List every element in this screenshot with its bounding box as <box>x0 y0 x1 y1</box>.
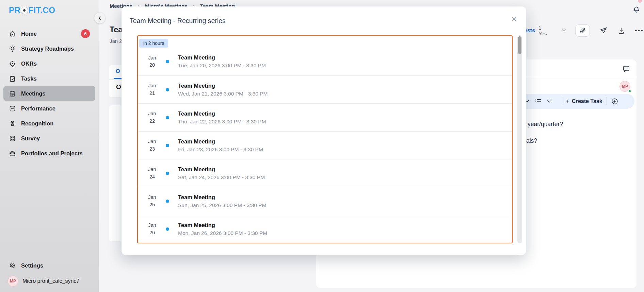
meeting-dot-icon <box>166 88 169 91</box>
occurrence-row[interactable]: Jan 23 Team Meeting Fri, Jan 23, 2026 3:… <box>138 131 512 159</box>
chevron-down-icon[interactable] <box>561 28 567 34</box>
more-options-button[interactable]: ••• <box>635 27 644 34</box>
occurrence-date: Jan 23 <box>143 138 161 152</box>
sidebar-footer: Settings MP Micro profit_calc_sync7 <box>0 258 99 289</box>
occurrence-row[interactable]: Jan 22 Team Meeting Thu, Jan 22, 2026 3:… <box>138 103 512 131</box>
occurrence-row[interactable]: Jan 20 Team Meeting Tue, Jan 20, 2026 3:… <box>138 48 512 75</box>
add-circle-icon[interactable] <box>611 98 618 105</box>
countdown-row: in 2 hours <box>138 36 512 48</box>
occurrence-text: Team Meeting Mon, Jan 26, 2026 3:00 PM -… <box>178 222 267 236</box>
toolbar-divider <box>561 97 561 105</box>
active-tab[interactable]: O <box>116 68 120 74</box>
page-date: Jan 2 <box>110 38 122 44</box>
paperclip-icon <box>579 27 586 34</box>
occurrence-time: Sun, Jan 25, 2026 3:00 PM - 3:30 PM <box>178 202 266 208</box>
occurrence-text: Team Meeting Thu, Jan 22, 2026 3:00 PM -… <box>178 110 266 125</box>
online-status-dot <box>628 89 631 93</box>
occurrence-row[interactable]: Jan 21 Team Meeting Wed, Jan 21, 2026 3:… <box>138 75 512 103</box>
meeting-dot-icon <box>166 116 169 119</box>
close-icon[interactable]: ✕ <box>511 16 517 23</box>
create-task-button[interactable]: + Create Task <box>565 98 602 105</box>
plus-icon: + <box>565 98 569 105</box>
meeting-dot-icon <box>166 60 169 63</box>
occurrence-text: Team Meeting Tue, Jan 20, 2026 3:00 PM -… <box>178 54 266 69</box>
occurrence-title: Team Meeting <box>178 138 263 145</box>
survey-checklist-icon <box>9 135 16 142</box>
occurrence-title: Team Meeting <box>178 83 268 89</box>
award-icon <box>9 120 16 127</box>
occurrence-text: Team Meeting Sun, Jan 25, 2026 3:00 PM -… <box>178 194 266 208</box>
rsvp-count: 1 Yes <box>538 25 550 36</box>
sidebar-item-survey[interactable]: Survey <box>3 131 95 146</box>
meeting-dot-icon <box>166 200 169 203</box>
notification-dot <box>638 0 642 3</box>
app-window: Meetings › Micro's Meetings › Team Meeti… <box>0 0 644 292</box>
user-name: Micro profit_calc_sync7 <box>22 278 79 284</box>
occurrence-time: Thu, Jan 22, 2026 3:00 PM - 3:30 PM <box>178 119 266 125</box>
sidebar-item-settings[interactable]: Settings <box>0 258 99 273</box>
occurrence-date: Jan 20 <box>143 54 161 69</box>
occurrence-title: Team Meeting <box>178 110 266 117</box>
sidebar: PRFIT.CO Home 6 Strategy Roadmaps OKRs T… <box>0 0 99 292</box>
notifications-bell-icon[interactable] <box>632 4 641 14</box>
briefcase-icon <box>9 150 16 157</box>
attachment-button[interactable] <box>575 24 590 37</box>
sidebar-collapse-button[interactable] <box>94 13 105 23</box>
occurrence-date: Jan 22 <box>143 110 161 124</box>
occurrence-time: Mon, Jan 26, 2026 3:00 PM - 3:30 PM <box>178 230 267 236</box>
modal-title: Team Meeting - Recurring series <box>130 17 226 25</box>
home-icon <box>9 30 16 37</box>
agenda-question-fragment: year/quarter? <box>528 121 563 128</box>
send-icon[interactable] <box>599 27 608 35</box>
occurrence-time: Fri, Jan 23, 2026 3:00 PM - 3:30 PM <box>178 147 263 153</box>
occurrence-row[interactable]: Jan 25 Team Meeting Sun, Jan 25, 2026 3:… <box>138 187 512 215</box>
clipboard-check-icon <box>9 75 16 82</box>
home-count-badge: 6 <box>81 29 90 38</box>
toolbar-divider <box>607 97 607 105</box>
occurrence-row[interactable]: Jan 26 Team Meeting Mon, Jan 26, 2026 3:… <box>138 215 512 243</box>
occurrence-text: Team Meeting Wed, Jan 21, 2026 3:00 PM -… <box>178 83 268 97</box>
sidebar-item-portfolios-and-projects[interactable]: Portfolios and Projects <box>3 146 95 161</box>
recurring-occurrence-list: in 2 hours Jan 20 Team Meeting Tue, Jan … <box>137 35 513 243</box>
occurrence-text: Team Meeting Sat, Jan 24, 2026 3:00 PM -… <box>178 166 265 181</box>
download-icon[interactable] <box>617 27 625 35</box>
countdown-badge: in 2 hours <box>139 39 168 48</box>
occurrence-title: Team Meeting <box>178 54 266 61</box>
modal-scrollbar-thumb[interactable] <box>518 36 521 54</box>
list-icon[interactable] <box>534 98 542 105</box>
sidebar-item-strategy-roadmaps[interactable]: Strategy Roadmaps <box>3 41 95 56</box>
occurrence-time: Wed, Jan 21, 2026 3:00 PM - 3:30 PM <box>178 91 268 97</box>
occurrence-title: Team Meeting <box>178 194 266 201</box>
occurrence-date: Jan 21 <box>143 82 161 97</box>
meeting-dot-icon <box>166 144 169 147</box>
sidebar-nav: Home 6 Strategy Roadmaps OKRs Tasks Meet… <box>0 26 99 161</box>
logo-target-icon <box>21 7 28 14</box>
target-icon <box>9 60 16 67</box>
sidebar-item-recognition[interactable]: Recognition <box>3 116 95 131</box>
recurring-series-modal: Team Meeting - Recurring series ✕ in 2 h… <box>122 6 526 255</box>
chevron-down-icon[interactable] <box>546 98 553 105</box>
gear-icon <box>9 262 16 269</box>
chevron-left-icon <box>97 16 102 21</box>
sidebar-item-tasks[interactable]: Tasks <box>3 71 95 86</box>
sidebar-item-performance[interactable]: Performance <box>3 101 95 116</box>
sidebar-item-okrs[interactable]: OKRs <box>3 56 95 71</box>
sidebar-user[interactable]: MP Micro profit_calc_sync7 <box>0 273 99 289</box>
occurrence-title: Team Meeting <box>178 222 267 228</box>
meeting-dot-icon <box>166 227 169 231</box>
page-title: Tea <box>110 25 123 34</box>
occurrence-date: Jan 26 <box>143 222 161 236</box>
lightbulb-icon <box>9 45 16 52</box>
user-avatar: MP <box>7 276 18 287</box>
comment-icon[interactable] <box>622 65 630 73</box>
occurrence-row[interactable]: Jan 24 Team Meeting Sat, Jan 24, 2026 3:… <box>138 159 512 187</box>
modal-scrollbar-track[interactable] <box>517 35 522 243</box>
occurrence-time: Tue, Jan 20, 2026 3:00 PM - 3:30 PM <box>178 63 266 69</box>
sidebar-item-home[interactable]: Home 6 <box>3 26 95 41</box>
performance-chart-icon <box>9 105 16 112</box>
occurrence-date: Jan 25 <box>143 194 161 208</box>
occurrence-title: Team Meeting <box>178 166 265 173</box>
profit-co-logo: PRFIT.CO <box>9 5 55 15</box>
sidebar-item-meetings[interactable]: Meetings <box>3 86 95 101</box>
meeting-actions-row: ests 1 Yes ••• <box>524 24 644 37</box>
